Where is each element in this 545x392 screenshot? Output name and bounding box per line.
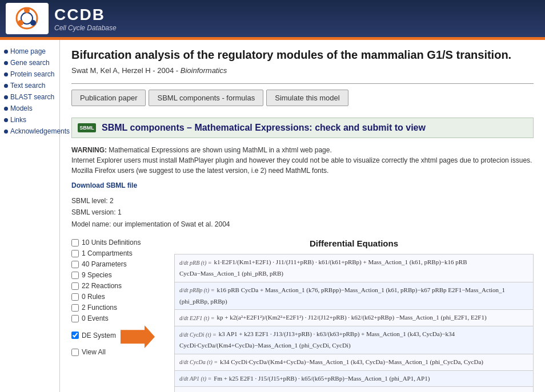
checkbox-view-all-input[interactable] [71, 349, 79, 356]
table-row: d/dt pRBpp (t) =k67 pRBp E2F1−Mass_Actio… [175, 387, 534, 392]
model-name: Model name: our implementation of Swat e… [71, 219, 534, 230]
ie-warning-text: Internet Explorer users must install Mat… [71, 156, 532, 164]
checkbox-units[interactable]: 10 Units Definitions [71, 239, 163, 246]
arrow-container: DE System [71, 325, 163, 348]
sidebar-item-label: BLAST search [10, 93, 54, 101]
sidebar-item-links[interactable]: Links [3, 114, 57, 126]
bullet-icon [4, 118, 8, 122]
sbml-level: SBML level: 2 [71, 195, 534, 207]
sidebar-item-gene[interactable]: Gene search [3, 57, 57, 68]
bullet-icon [4, 107, 8, 111]
citation: Swat M, Kel A, Herzel H - 2004 - Bioinfo… [71, 66, 534, 75]
checkbox-events-input[interactable] [71, 315, 79, 322]
sbml-header-title: SBML components – Mathematical Expressio… [102, 123, 426, 133]
equation-cell: d/dt CycDa (t) =k34 CycDi·CycDa/(Km4+Cyc… [175, 354, 534, 370]
bullet-icon [4, 61, 8, 65]
simulate-model-button[interactable]: Simulate this model [266, 90, 348, 106]
checkbox-rules-label: 0 Rules [82, 293, 105, 301]
main-content: Bifurcation analysis of the regulatory m… [60, 40, 545, 392]
svg-point-3 [30, 20, 36, 26]
header: CCDB Cell Cycle Database [0, 0, 545, 37]
sidebar-item-label: Models [10, 104, 33, 112]
warning-text: Mathematical Expressions are shown using… [109, 146, 331, 154]
equations-table: d/dt pRB (t) =k1·E2F1/(Km1+E2F1) · J11/(… [174, 254, 534, 392]
table-row: d/dt CycDa (t) =k34 CycDi·CycDa/(Km4+Cyc… [175, 354, 534, 370]
checkbox-rules-input[interactable] [71, 293, 79, 301]
citation-journal: Bioinformatics [181, 66, 227, 75]
checkbox-species-label: 9 Species [82, 271, 112, 279]
checkbox-parameters[interactable]: 40 Parameters [71, 260, 163, 268]
sidebar-item-label: Protein search [10, 70, 54, 78]
equations-area: Differential Equations d/dt pRB (t) =k1·… [174, 239, 534, 392]
checkbox-functions[interactable]: 2 Functions [71, 304, 163, 312]
citation-authors: Swat M, Kel A, Herzel H - 2004 - [71, 66, 181, 75]
bullet-icon [4, 72, 8, 76]
sidebar-item-label: Home page [10, 47, 46, 55]
checkbox-reactions[interactable]: 22 Reactions [71, 282, 163, 290]
checkbox-units-input[interactable] [71, 239, 79, 246]
svg-point-2 [24, 7, 30, 13]
equation-cell: d/dt CycDi (t) =k3 AP1 + k23 E2F1 · J13/… [175, 326, 534, 354]
checkbox-species[interactable]: 9 Species [71, 271, 163, 279]
action-buttons: Publication paper SBML components - form… [71, 90, 534, 106]
checkbox-de-system-label: DE System [82, 332, 116, 340]
svg-point-4 [18, 20, 23, 26]
warning-section: WARNING: Mathematical Expressions are sh… [71, 145, 534, 176]
checkbox-events[interactable]: 0 Events [71, 314, 163, 322]
table-row: d/dt pRB (t) =k1·E2F1/(Km1+E2F1) · J11/(… [175, 254, 534, 282]
checkbox-species-input[interactable] [71, 272, 79, 279]
sbml-components-button[interactable]: SBML components - formulas [149, 90, 263, 106]
page-title: Bifurcation analysis of the regulatory m… [71, 49, 534, 62]
checkbox-compartments-input[interactable] [71, 250, 79, 257]
checkbox-reactions-input[interactable] [71, 282, 79, 290]
equation-cell: d/dt pRBpp (t) =k67 pRBp E2F1−Mass_Actio… [175, 387, 534, 392]
warning-label: WARNING: [71, 146, 107, 154]
divider [71, 83, 534, 84]
checkbox-de-system-input[interactable] [71, 332, 79, 339]
logo-icon [11, 6, 43, 31]
sidebar-item-home[interactable]: Home page [3, 46, 57, 57]
table-row: d/dt CycDi (t) =k3 AP1 + k23 E2F1 · J13/… [175, 326, 534, 354]
sbml-header: SBML SBML components – Mathematical Expr… [71, 118, 534, 138]
checkbox-view-all[interactable]: View All [71, 348, 163, 356]
table-row: d/dt AP1 (t) =Fm + k25 E2F1 · J15/(J15+p… [175, 370, 534, 387]
table-row: d/dt pRBp (t) =k16 pRB CycDa + Mass_Acti… [175, 282, 534, 310]
sidebar-item-text[interactable]: Text search [3, 80, 57, 91]
content-area: 10 Units Definitions 1 Compartments 40 P… [71, 239, 534, 392]
bullet-icon [4, 84, 8, 88]
bullet-icon [4, 50, 8, 54]
checkbox-compartments[interactable]: 1 Compartments [71, 249, 163, 257]
checkbox-parameters-input[interactable] [71, 261, 79, 268]
ff-warning-text: Mozilla Firefox users (we suggest to use… [71, 167, 328, 175]
equations-title: Differential Equations [174, 239, 534, 248]
checkbox-parameters-label: 40 Parameters [82, 260, 127, 268]
sidebar-item-label: Links [10, 116, 26, 124]
checkbox-compartments-label: 1 Compartments [82, 249, 133, 257]
checkbox-rules[interactable]: 0 Rules [71, 293, 163, 301]
checkbox-view-all-label: View All [82, 348, 106, 356]
table-row: d/dt E2F1 (t) =kp + k2(a²+E2F1²)/(Km2²+E… [175, 310, 534, 326]
header-title: CCDB Cell Cycle Database [54, 6, 117, 32]
equation-cell: d/dt pRB (t) =k1·E2F1/(Km1+E2F1) · J11/(… [175, 254, 534, 282]
sidebar-item-models[interactable]: Models [3, 103, 57, 114]
equation-cell: d/dt E2F1 (t) =kp + k2(a²+E2F1²)/(Km2²+E… [175, 310, 534, 326]
checkbox-events-label: 0 Events [82, 314, 109, 322]
checkbox-reactions-label: 22 Reactions [82, 282, 122, 290]
checkbox-de-system[interactable]: DE System [71, 332, 116, 340]
logo [6, 3, 49, 34]
equation-cell: d/dt pRBp (t) =k16 pRB CycDa + Mass_Acti… [175, 282, 534, 310]
bullet-icon [4, 95, 8, 99]
sidebar-item-protein[interactable]: Protein search [3, 68, 57, 80]
de-system-arrow-icon [121, 325, 155, 348]
sbml-meta: SBML level: 2 SBML version: 1 Model name… [71, 195, 534, 230]
sbml-version: SBML version: 1 [71, 207, 534, 218]
equation-cell: d/dt AP1 (t) =Fm + k25 E2F1 · J15/(J15+p… [175, 370, 534, 387]
sidebar-item-blast[interactable]: BLAST search [3, 91, 57, 103]
publication-paper-button[interactable]: Publication paper [71, 90, 146, 106]
checkbox-functions-label: 2 Functions [82, 304, 117, 312]
header-subtitle: Cell Cycle Database [54, 24, 117, 32]
download-sbml-link[interactable]: Download SBML file [71, 181, 534, 189]
sidebar: Home page Gene search Protein search Tex… [0, 40, 60, 392]
sidebar-item-acknowledgements[interactable]: Acknowledgements [3, 126, 57, 137]
checkbox-functions-input[interactable] [71, 304, 79, 312]
